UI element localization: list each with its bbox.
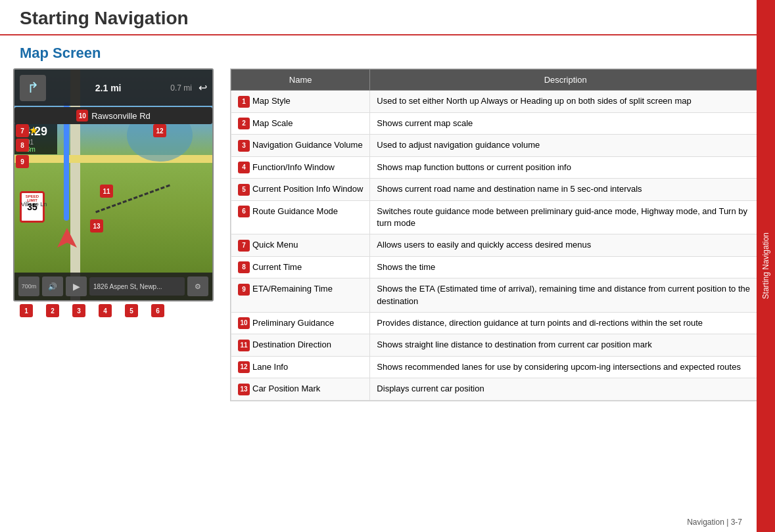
badge-4: 4 [99, 304, 112, 317]
map-settings-btn[interactable]: ⚙ [187, 277, 208, 296]
table-badge-4: 4 [238, 162, 250, 173]
col-description-header: Description [370, 70, 761, 91]
map-return-icon[interactable]: ↩ [199, 81, 207, 94]
badge-9: 9 [16, 155, 29, 168]
badge-11: 11 [100, 185, 113, 198]
table-badge-11: 11 [238, 340, 250, 351]
table-badge-12: 12 [238, 361, 250, 373]
map-address: 1826 Aspen St, Newp... [89, 277, 185, 296]
table-cell-name: 2Map Scale [231, 112, 370, 135]
table-cell-description: Provides distance, direction guidance at… [370, 312, 761, 334]
table-cell-description: Shows map function buttons or current po… [370, 156, 761, 179]
table-badge-8: 8 [238, 261, 250, 273]
table-badge-6: 6 [238, 206, 250, 217]
table-cell-description: Shows the time [370, 256, 761, 278]
audio-btn[interactable]: 🔊 [42, 277, 63, 296]
badge-12: 12 [153, 124, 166, 137]
table-row: 8Current TimeShows the time [231, 256, 761, 278]
section-title: Map Screen [0, 35, 775, 68]
page-footer: Navigation | 3-7 [687, 518, 742, 527]
table-badge-3: 3 [238, 140, 250, 152]
direction-arrow[interactable]: ↱ [20, 75, 46, 101]
table-badge-7: 7 [238, 240, 250, 252]
table-cell-name: 4Function/Info Window [231, 156, 370, 179]
table-cell-name: 8Current Time [231, 256, 370, 278]
badge-8: 8 [16, 139, 29, 152]
table-badge-10: 10 [238, 317, 250, 329]
table-cell-description: Shows straight line distance to destinat… [370, 334, 761, 357]
table-row: 11Destination DirectionShows straight li… [231, 334, 761, 357]
table-cell-name: 7Quick Menu [231, 234, 370, 257]
table-cell-name: 3Navigation Guidance Volume [231, 135, 370, 157]
table-row: 4Function/Info WindowShows map function … [231, 156, 761, 179]
main-content: SPEEDLIMIT 35 Village Ln 04:29 06:01 24.… [0, 68, 775, 408]
badge-6: 6 [151, 304, 164, 317]
table-badge-5: 5 [238, 184, 250, 196]
table-badge-2: 2 [238, 118, 250, 129]
nav-btn[interactable]: ▶ [66, 277, 87, 296]
table-badge-13: 13 [238, 384, 250, 395]
map-road-horizontal [14, 155, 212, 163]
table-cell-description: Used to adjust navigation guidance volum… [370, 135, 761, 157]
table-cell-name: 10Preliminary Guidance [231, 312, 370, 334]
table-row: 2Map ScaleShows current map scale [231, 112, 761, 135]
table-cell-name: 6Route Guidance Mode [231, 200, 370, 234]
street-name-text: Rawsonville Rd [91, 111, 151, 121]
table-cell-description: Switches route guidance mode between pre… [370, 200, 761, 234]
col-name-header: Name [231, 70, 370, 91]
map-image[interactable]: SPEEDLIMIT 35 Village Ln 04:29 06:01 24.… [13, 68, 214, 301]
table-row: 5Current Position Info WindowShows curre… [231, 179, 761, 201]
map-distance: 2.1 mi [50, 83, 166, 93]
table-row: 3Navigation Guidance VolumeUsed to adjus… [231, 135, 761, 157]
table-cell-name: 1Map Style [231, 91, 370, 113]
table-cell-description: Displays current car position [370, 378, 761, 401]
table-cell-description: Shows current road name and destination … [370, 179, 761, 201]
badge-3: 3 [72, 304, 85, 317]
table-cell-description: Shows recommended lanes for use by consi… [370, 356, 761, 378]
map-top-bar: ↱ 2.1 mi 0.7 mi ↩ [14, 70, 212, 106]
table-row: 7Quick MenuAllows users to easily and qu… [231, 234, 761, 257]
sidebar-label: Starting Navigation [757, 0, 775, 532]
table-cell-name: 5Current Position Info Window [231, 179, 370, 201]
map-street-name: 10 Rawsonville Rd [14, 107, 212, 124]
description-table: Name Description 1Map StyleUsed to set e… [230, 68, 762, 401]
zoom-btn[interactable]: 700m [18, 277, 39, 296]
table-cell-name: 11Destination Direction [231, 334, 370, 357]
table-row: 1Map StyleUsed to set either North up Al… [231, 91, 761, 113]
bottom-badges-row: 1 2 3 4 5 6 [13, 301, 217, 317]
table-badge-1: 1 [238, 96, 250, 108]
badge-10: 10 [76, 110, 88, 122]
map-area: SPEEDLIMIT 35 Village Ln 04:29 06:01 24.… [13, 68, 217, 401]
table-cell-name: 13Car Position Mark [231, 378, 370, 401]
table-cell-description: Shows current map scale [370, 112, 761, 135]
badge-5: 5 [125, 304, 138, 317]
map-secondary-distance: 0.7 mi [170, 83, 192, 93]
table-cell-description: Used to set either North up Always or He… [370, 91, 761, 113]
badge-7: 7 [16, 124, 29, 137]
table-cell-description: Allows users to easily and quickly acces… [370, 234, 761, 257]
table-badge-9: 9 [238, 284, 250, 296]
badge-13: 13 [90, 219, 103, 233]
table-row: 9ETA/Remaining TimeShows the ETA (Estima… [231, 278, 761, 312]
page-title: Starting Navigation [0, 0, 775, 35]
table-header: Name Description [231, 70, 761, 91]
table-row: 12Lane InfoShows recommended lanes for u… [231, 356, 761, 378]
table-cell-name: 9ETA/Remaining Time [231, 278, 370, 312]
badge-1: 1 [20, 304, 33, 317]
table-cell-description: Shows the ETA (Estimated time of arrival… [370, 278, 761, 312]
village-label: Village Ln [21, 201, 47, 208]
table-row: 6Route Guidance ModeSwitches route guida… [231, 200, 761, 234]
table-row: 13Car Position MarkDisplays current car … [231, 378, 761, 401]
table-cell-name: 12Lane Info [231, 356, 370, 378]
badge-2: 2 [46, 304, 59, 317]
star-icon: ★ [29, 124, 38, 137]
sidebar-label-text: Starting Navigation [761, 233, 770, 299]
table-row: 10Preliminary GuidanceProvides distance,… [231, 312, 761, 334]
map-bottom-bar: 700m 🔊 ▶ 1826 Aspen St, Newp... ⚙ [14, 273, 212, 300]
